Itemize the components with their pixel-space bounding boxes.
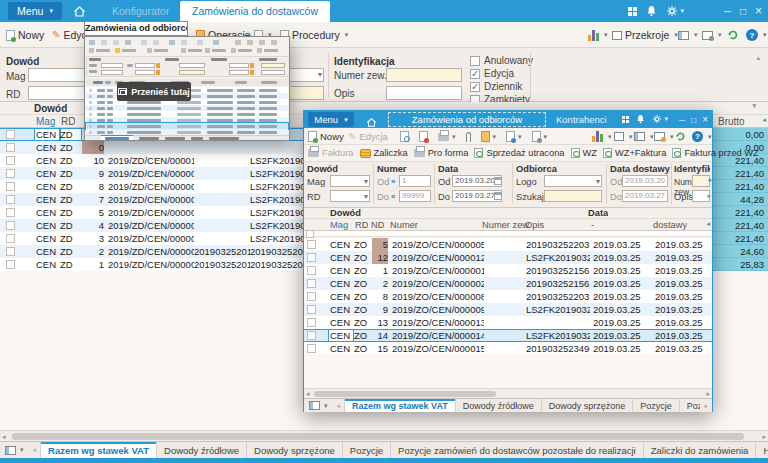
child-menu-button[interactable]: Menu▾ [308, 112, 354, 127]
gear-icon[interactable]: ▾ [652, 114, 668, 124]
tabs-scroll-left[interactable]: ◂ [333, 399, 345, 412]
main-hscrollbar[interactable]: ◂ ▸ [0, 430, 768, 441]
apps-grid-icon[interactable] [622, 116, 629, 123]
child-bottom-tab-4[interactable]: Pozycje zamówień od odbiorc [680, 399, 701, 412]
table-row[interactable]: CENZO122019/ZO/CEN/000012LS2FK2019032522… [304, 251, 712, 264]
col-brutto[interactable]: Brutto [718, 115, 745, 128]
child-hscrollbar[interactable]: ◂ ▸ [304, 388, 712, 398]
refresh-button[interactable] [727, 22, 739, 48]
col-dostawy[interactable]: dostawy [653, 219, 687, 231]
checkbox-icon[interactable] [470, 82, 480, 92]
main-bottom-tab-1[interactable]: Dowody źródłowe [157, 442, 247, 458]
close-button[interactable]: × [755, 4, 762, 18]
home-icon[interactable] [73, 4, 86, 22]
row-checkbox[interactable] [6, 221, 15, 230]
col-rd[interactable]: RD [61, 115, 75, 128]
doc-settings-button[interactable]: ▾ [532, 131, 548, 142]
main-bottom-tab-3[interactable]: Pozycje [343, 442, 391, 458]
col-data[interactable]: - [591, 219, 594, 231]
logo-select[interactable] [544, 175, 602, 187]
row-checkbox[interactable] [307, 266, 316, 275]
tab-konfigurator[interactable]: Konfigurator [112, 0, 169, 22]
help-button[interactable]: ▾ [692, 128, 712, 145]
col-numer[interactable]: Numer [390, 219, 418, 231]
maximize-button[interactable]: □ [740, 6, 746, 17]
tab-zamowienia-od-odbiorcow[interactable]: Zamówienia od odbiorców [388, 112, 546, 127]
col-nd[interactable]: ND [371, 219, 384, 231]
row-checkbox[interactable] [307, 253, 316, 262]
row-checkbox[interactable] [307, 305, 316, 314]
chart-button[interactable]: ▾ [592, 128, 612, 145]
dock-tabs-button[interactable]: ▾ [0, 442, 29, 458]
row-checkbox[interactable] [306, 230, 314, 238]
numer-od-input[interactable]: 1 [399, 175, 431, 187]
row-checkbox[interactable] [307, 318, 316, 327]
bell-icon[interactable] [646, 5, 657, 17]
table-row[interactable]: CENZO142019/ZO/CEN/000014LS2FK2019032522… [304, 329, 712, 342]
help-button[interactable]: ▾ [746, 22, 767, 48]
table-row[interactable]: CENZO92019/ZO/CEN/000009LS2FK20190325222… [304, 303, 712, 316]
mag-select[interactable] [330, 175, 370, 187]
dock-panel-button[interactable]: ▾ [634, 128, 654, 145]
expand-icon[interactable]: ▸ [707, 192, 711, 200]
child-bottom-tab-0[interactable]: Razem wg stawek VAT [344, 399, 456, 412]
layouts-button[interactable]: Przekroje▾ [612, 22, 678, 48]
child-hscrollbar-thumb[interactable] [314, 391, 496, 397]
new-button[interactable]: Nowy [308, 128, 344, 145]
new-button[interactable]: Nowy [6, 22, 44, 48]
tab-zamowienia-do-dostawcow[interactable]: Zamówienia do dostawców [180, 1, 330, 22]
col-opis[interactable]: Opis [525, 219, 544, 231]
dock-panel-button[interactable]: ▾ [678, 22, 698, 48]
main-bottom-tab-2[interactable]: Dowody sprzężone [247, 442, 343, 458]
row-checkbox[interactable] [307, 292, 316, 301]
main-bottom-tab-5[interactable]: Zaliczki do zamówienia [644, 442, 757, 458]
filter-checkbox-2[interactable]: Dziennik [470, 81, 522, 92]
attachment-button[interactable] [466, 132, 471, 142]
copy-doc-button[interactable]: ▾ [506, 131, 522, 142]
maximize-button[interactable]: □ [691, 115, 696, 125]
close-button[interactable]: × [702, 114, 708, 125]
row-checkbox[interactable] [6, 208, 15, 217]
row-checkbox[interactable] [6, 130, 15, 139]
drag-preview-tab[interactable]: Zamówienia od odbiorców [84, 21, 188, 36]
refresh-button[interactable] [675, 128, 686, 145]
filter-checkbox-1[interactable]: Edycja [470, 68, 514, 79]
main-bottom-tab-0[interactable]: Razem wg stawek VAT [40, 442, 157, 458]
checkbox-icon[interactable] [470, 56, 480, 66]
checkbox-icon[interactable] [470, 69, 480, 79]
edit-button[interactable]: ✎Edycja [348, 128, 388, 145]
dostawa-do-input[interactable]: 2019.03.27 [622, 190, 668, 202]
bell-icon[interactable] [636, 114, 645, 124]
doc-button-4[interactable]: WZ [571, 148, 597, 158]
row-checkbox[interactable] [6, 260, 15, 269]
col-mag[interactable]: Mag [36, 115, 55, 128]
window-settings-button[interactable]: ▾ [702, 22, 722, 48]
delete-doc-button[interactable] [419, 131, 428, 142]
main-bottom-tab-4[interactable]: Pozycje zamówień do dostawców pozostałe … [391, 442, 644, 458]
layouts-button[interactable]: ▾ [614, 128, 633, 145]
collapse-filters-icon[interactable]: ▴ [756, 54, 760, 62]
doc-button-2[interactable]: Pro forma [414, 148, 469, 158]
doc-button-0[interactable]: Faktura [308, 148, 354, 158]
row-checkbox[interactable] [6, 247, 15, 256]
doc-button-3[interactable]: Sprzedaż utracona [474, 148, 564, 158]
child-bottom-tab-2[interactable]: Dowody sprzężone [542, 399, 634, 412]
row-checkbox[interactable] [307, 331, 316, 340]
row-checkbox[interactable] [307, 240, 316, 249]
minimize-button[interactable]: ─ [724, 6, 731, 17]
table-row[interactable]: CENZO82019/ZO/CEN/0000082019032522032120… [304, 290, 712, 303]
table-row[interactable]: CENZO52019/ZO/CEN/0000052019032522032120… [304, 238, 712, 251]
collapse-column-icon[interactable]: ◂ [706, 220, 710, 228]
col-rd[interactable]: RD [355, 219, 368, 231]
new-row-strip[interactable] [304, 231, 712, 237]
filter-row-icon[interactable]: ▾ [752, 102, 756, 110]
doc-button-1[interactable]: Zaliczka [360, 148, 408, 158]
window-alert-button[interactable]: ▾ [654, 128, 674, 145]
sort-desc-icon[interactable]: « [391, 192, 395, 201]
row-checkbox[interactable] [307, 279, 316, 288]
row-checkbox[interactable] [6, 156, 15, 165]
filter-checkbox-0[interactable]: Anulowany [470, 55, 533, 66]
doc-button-5[interactable]: WZ+Faktura [603, 148, 666, 158]
table-row[interactable]: CENZO132019/ZO/CEN/0000132019.03.252019.… [304, 316, 712, 329]
table-row[interactable]: CENZO12019/ZO/CEN/0000012019032521565020… [304, 264, 712, 277]
